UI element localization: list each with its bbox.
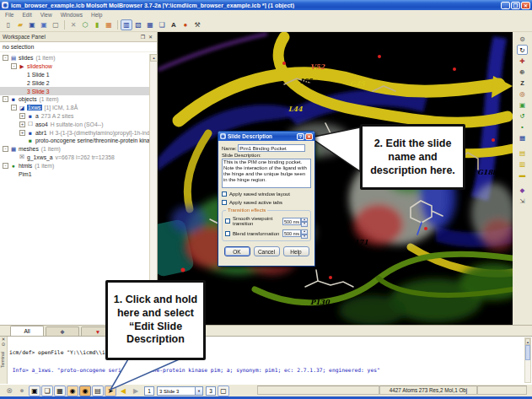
font-button[interactable]: A: [168, 19, 180, 30]
make-slide-table-button[interactable]: ▦: [54, 386, 66, 396]
ok-button[interactable]: OK: [224, 246, 250, 256]
checkbox-unchecked-icon[interactable]: ☐: [27, 121, 34, 127]
fit-view-tool[interactable]: ⇲: [517, 196, 528, 206]
checkbox-checked-icon[interactable]: ☒: [19, 154, 25, 160]
tile-windows-button[interactable]: ❏: [156, 19, 168, 30]
stop-slideshow-icon[interactable]: ⊗: [3, 386, 15, 396]
expander-icon[interactable]: -: [3, 55, 8, 61]
tree-item-htmls[interactable]: - ● htmls (1 item): [0, 161, 149, 170]
tree-item-1xws[interactable]: - ◪ 1xws [1] ICM, 1.8Å: [0, 104, 149, 112]
smooth-transition-spinner[interactable]: 500 ms ▲ ▼: [282, 218, 308, 225]
rotate-z-tool[interactable]: Z: [517, 78, 528, 88]
scroll-up-icon[interactable]: ▲: [150, 54, 158, 62]
pointer-button[interactable]: ➤: [105, 386, 116, 396]
expander-icon[interactable]: -: [3, 96, 8, 102]
tree-item-mesh-g1xwsa[interactable]: ☒ g_1xws_a v=6678 l=262 tr=12358: [0, 154, 149, 162]
tab-structure-icon[interactable]: ❖: [46, 326, 79, 336]
panel-float-icon[interactable]: ❐: [139, 34, 147, 40]
expander-icon[interactable]: -: [3, 146, 8, 152]
record-slideshow-icon[interactable]: ●: [16, 386, 28, 396]
rotate-view-tool[interactable]: ↻: [517, 45, 528, 55]
slide-name-input[interactable]: Pim1 Binding Pocket: [238, 144, 305, 152]
active-tabs-checkbox[interactable]: [222, 200, 227, 205]
tree-item-slide-3[interactable]: 3 Slide 3: [0, 87, 149, 95]
translate-view-tool[interactable]: ✚: [517, 56, 528, 66]
pick-atom-tool[interactable]: ◎: [517, 89, 528, 99]
molecule-button[interactable]: ⬡: [79, 19, 91, 30]
scrollbar-thumb[interactable]: [525, 345, 530, 360]
expander-icon[interactable]: -: [11, 105, 17, 111]
expander-icon[interactable]: +: [19, 121, 25, 127]
tree-item-slides[interactable]: - ▤ slides (1 item): [0, 54, 149, 62]
slide-selector-dropdown[interactable]: 3 Slide 3 ▼: [157, 386, 203, 396]
clip-front-tool[interactable]: ▤: [517, 148, 528, 158]
dialog-title-bar[interactable]: ◉ Slide Description ? ✕: [218, 132, 314, 141]
gauge-button[interactable]: ▮: [91, 19, 103, 30]
grid-view-button[interactable]: ▦: [144, 19, 156, 30]
minimize-button[interactable]: _: [501, 2, 510, 9]
delete-button[interactable]: ✕: [67, 19, 79, 30]
save-project-button[interactable]: ▣: [38, 19, 50, 30]
prev-slide-button[interactable]: ◀: [117, 386, 129, 396]
tree-item-objects[interactable]: - ■ objects (1 item): [0, 95, 149, 104]
gear-icon[interactable]: ⚙: [517, 34, 528, 44]
tab-all[interactable]: All: [10, 326, 44, 336]
spin-down-icon[interactable]: ▼: [301, 222, 308, 227]
dialog-help-icon[interactable]: ?: [297, 133, 304, 140]
tree-item-pim1[interactable]: Pim1: [0, 170, 149, 178]
selection-table-button[interactable]: ▧: [132, 19, 144, 30]
menu-edit[interactable]: Edit: [22, 12, 31, 18]
cancel-button[interactable]: Cancel: [254, 246, 280, 256]
make-slide-window-button[interactable]: ❏: [41, 386, 53, 396]
export-button[interactable]: ▢: [50, 19, 62, 30]
fullscreen-button[interactable]: ▢: [218, 386, 229, 396]
menu-windows[interactable]: Windows: [61, 12, 83, 18]
mesh-display-tool[interactable]: ◆: [517, 185, 528, 195]
menu-help[interactable]: Help: [91, 12, 102, 18]
expander-icon[interactable]: +: [19, 130, 25, 136]
dialog-close-icon[interactable]: ✕: [305, 133, 313, 140]
tree-item-meshes[interactable]: - ▦ meshes (1 item): [0, 145, 149, 154]
expander-icon[interactable]: +: [19, 113, 25, 119]
open-file-button[interactable]: ▰: [14, 19, 26, 30]
next-slide-button[interactable]: ▶: [130, 386, 142, 396]
selection-grid-tool[interactable]: ▦: [517, 132, 528, 143]
menu-view[interactable]: View: [40, 12, 52, 18]
tree-item-abr1[interactable]: + ■ abr1 H 3-(1-[3-(dimethylamino)propyl…: [0, 128, 149, 137]
tree-item-kinase-sequence[interactable]: ■ proto-oncogene serine/threonine-protei…: [0, 137, 149, 145]
smooth-transition-checkbox[interactable]: [225, 218, 230, 224]
save-button[interactable]: ▣: [26, 19, 38, 30]
scroll-up-icon[interactable]: ▲: [525, 338, 530, 345]
display-surface-tool[interactable]: ▣: [517, 100, 528, 110]
projector-button[interactable]: ▤: [92, 386, 104, 396]
slide-index-field[interactable]: 1: [144, 386, 154, 396]
workspace-panel-toggle-button[interactable]: ▥: [121, 19, 132, 30]
slide-description-textarea[interactable]: This is the PIM one binding pocket. Note…: [222, 159, 311, 188]
tree-item-slideshow[interactable]: - ▶ slideshow: [0, 62, 149, 71]
clip-slab-tool[interactable]: ▬: [517, 170, 528, 180]
make-slide-screen-button[interactable]: ▣: [29, 386, 40, 396]
command-output[interactable]: icm/def> openFile "Y:\\icmd\\icm_browser…: [9, 338, 523, 384]
tree-item-aso4[interactable]: + ☐ aso4 H sulfate-ion (SO4--): [0, 120, 149, 128]
tree-item-slide-1[interactable]: 1 Slide 1: [0, 71, 149, 79]
tree-item-chain-a[interactable]: + ■ a 273 A 2 sites: [0, 112, 149, 121]
expander-icon[interactable]: -: [3, 163, 8, 169]
zoom-view-tool[interactable]: ⊕: [517, 67, 528, 77]
spin-down-icon[interactable]: ▼: [301, 235, 308, 240]
spin-view-tool[interactable]: ↺: [517, 111, 528, 121]
tools-button[interactable]: ⚒: [191, 19, 203, 30]
window-layout-checkbox[interactable]: [222, 191, 227, 197]
slide-camera-button[interactable]: ◉: [79, 386, 91, 396]
table-button[interactable]: ▦: [103, 19, 115, 30]
blend-transformation-checkbox[interactable]: [225, 231, 230, 236]
expander-icon[interactable]: -: [11, 63, 17, 69]
menu-file[interactable]: File: [5, 12, 13, 18]
new-file-button[interactable]: ▯: [3, 19, 14, 30]
clip-back-tool[interactable]: ▥: [517, 159, 528, 169]
maximize-button[interactable]: ❐: [511, 2, 520, 9]
web-button[interactable]: ●: [180, 19, 191, 30]
close-button[interactable]: ✕: [521, 2, 530, 9]
tree-item-slide-2[interactable]: 2 Slide 2: [0, 78, 149, 87]
add-slide-button[interactable]: ◉: [67, 386, 78, 396]
center-view-tool[interactable]: ▪: [517, 121, 528, 132]
